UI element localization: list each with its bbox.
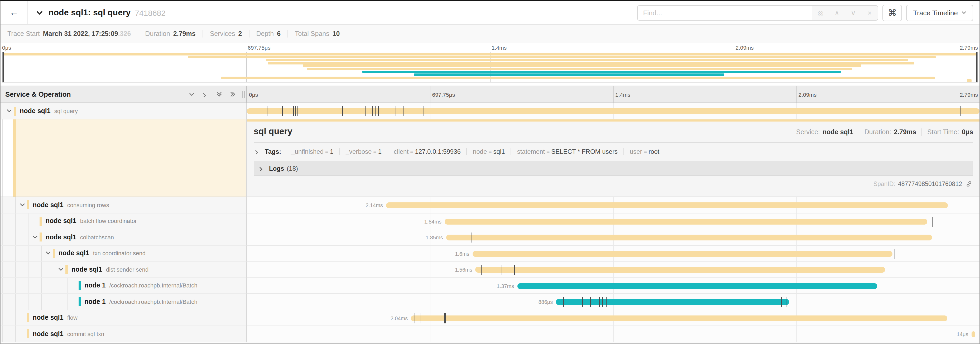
- find-next-icon[interactable]: ∨: [845, 6, 861, 20]
- span-collapse-chevron-icon[interactable]: [19, 203, 27, 207]
- span-tree-cell[interactable]: node sql1colbatchscan: [0, 229, 246, 245]
- find-clear-icon[interactable]: ×: [861, 6, 878, 20]
- span-bar-cell[interactable]: 886μs: [246, 294, 980, 310]
- span-row[interactable]: node sql1batch flow coordinator1.84ms: [0, 213, 980, 229]
- span-collapse-chevron-icon[interactable]: [58, 267, 65, 272]
- span-bar[interactable]: [517, 283, 877, 289]
- span-tree-cell[interactable]: node sql1flow: [0, 310, 246, 326]
- span-row[interactable]: node sql1txn coordinator send1.6ms: [0, 245, 980, 262]
- log-marker[interactable]: [282, 106, 282, 116]
- span-row[interactable]: node sql1consuming rows2.14ms: [0, 197, 980, 213]
- column-resizer[interactable]: [242, 91, 245, 98]
- span-tree-cell[interactable]: node sql1commit sql txn: [0, 326, 246, 342]
- log-marker[interactable]: [781, 297, 781, 307]
- span-row[interactable]: node sql1sql query: [0, 103, 980, 119]
- span-collapse-chevron-icon[interactable]: [45, 251, 52, 256]
- expand-all-icon[interactable]: [230, 91, 236, 97]
- collapse-one-icon[interactable]: [189, 92, 195, 96]
- span-bar-cell[interactable]: 2.14ms: [246, 197, 980, 213]
- log-marker[interactable]: [599, 297, 600, 307]
- find-prev-icon[interactable]: ∧: [829, 6, 845, 20]
- span-bar[interactable]: [445, 219, 928, 224]
- log-marker[interactable]: [396, 106, 396, 116]
- log-marker[interactable]: [415, 313, 415, 323]
- log-marker[interactable]: [961, 106, 961, 116]
- span-bar-cell[interactable]: 1.56ms: [246, 262, 980, 278]
- log-marker[interactable]: [514, 265, 515, 275]
- log-marker[interactable]: [342, 106, 342, 116]
- span-collapse-chevron-icon[interactable]: [32, 235, 40, 239]
- span-bar[interactable]: [971, 331, 975, 337]
- span-row[interactable]: node 1/cockroach.roachpb.Internal/Batch8…: [0, 294, 980, 310]
- find-input[interactable]: [638, 6, 812, 20]
- log-marker[interactable]: [563, 297, 564, 307]
- minimap-left-drag-handle[interactable]: [3, 52, 4, 82]
- span-bar[interactable]: [386, 202, 948, 208]
- log-marker[interactable]: [612, 297, 612, 307]
- log-marker[interactable]: [423, 106, 424, 116]
- span-row[interactable]: node sql1flow2.04ms: [0, 310, 980, 326]
- logs-accordion-toggle[interactable]: Logs(18): [254, 161, 973, 176]
- trace-minimap[interactable]: [2, 52, 978, 82]
- span-bar-cell[interactable]: 1.37ms: [246, 278, 980, 294]
- log-marker[interactable]: [472, 232, 473, 243]
- span-bar-cell[interactable]: 2.04ms: [246, 310, 980, 326]
- collapse-trace-chevron-icon[interactable]: [36, 10, 43, 15]
- log-marker[interactable]: [582, 297, 583, 307]
- tags-accordion-toggle[interactable]: Tags:_unfinished=1_verbose=1client=127.0…: [254, 143, 973, 161]
- log-marker[interactable]: [378, 106, 379, 116]
- log-marker[interactable]: [372, 106, 373, 116]
- span-tree-cell[interactable]: node sql1dist sender send: [0, 262, 246, 278]
- log-marker[interactable]: [786, 297, 787, 307]
- log-marker[interactable]: [267, 106, 267, 116]
- log-marker[interactable]: [254, 106, 255, 116]
- span-tree-cell[interactable]: node 1/cockroach.roachpb.Internal/Batch: [0, 294, 246, 310]
- span-row[interactable]: node 1/cockroach.roachpb.Internal/Batch1…: [0, 278, 980, 294]
- log-marker[interactable]: [365, 106, 365, 116]
- log-marker[interactable]: [403, 106, 404, 116]
- span-row[interactable]: node sql1commit sql txn14μs: [0, 326, 980, 342]
- log-marker[interactable]: [932, 216, 932, 226]
- span-bar[interactable]: [476, 267, 885, 273]
- minimap-right-drag-handle[interactable]: [976, 52, 977, 82]
- log-marker[interactable]: [375, 106, 375, 116]
- span-bar[interactable]: [446, 235, 932, 240]
- copy-link-icon[interactable]: [966, 181, 972, 187]
- log-marker[interactable]: [420, 313, 420, 323]
- span-tree-cell[interactable]: node sql1consuming rows: [0, 197, 246, 213]
- span-row[interactable]: node sql1colbatchscan1.85ms: [0, 229, 980, 245]
- span-tree-cell[interactable]: node 1/cockroach.roachpb.Internal/Batch: [0, 278, 246, 294]
- log-marker[interactable]: [590, 297, 591, 307]
- span-tree-cell[interactable]: node sql1sql query: [0, 103, 246, 119]
- log-marker[interactable]: [948, 313, 949, 323]
- span-bar[interactable]: [247, 108, 980, 114]
- span-bar-cell[interactable]: 1.84ms: [246, 213, 980, 229]
- span-bar[interactable]: [473, 251, 892, 256]
- log-marker[interactable]: [502, 265, 503, 275]
- span-bar-cell[interactable]: 14μs: [246, 326, 980, 342]
- span-row[interactable]: node sql1dist sender send1.56ms: [0, 262, 980, 278]
- back-button[interactable]: ←: [0, 1, 28, 24]
- span-bar[interactable]: [411, 315, 947, 321]
- collapse-all-icon[interactable]: [216, 91, 222, 97]
- log-marker[interactable]: [298, 106, 298, 116]
- log-marker[interactable]: [368, 106, 369, 116]
- log-marker[interactable]: [444, 313, 444, 323]
- span-tree-cell[interactable]: node sql1txn coordinator send: [0, 245, 246, 262]
- log-marker[interactable]: [894, 249, 895, 259]
- span-bar-cell[interactable]: [246, 103, 980, 119]
- log-marker[interactable]: [602, 297, 603, 307]
- log-marker[interactable]: [481, 265, 482, 275]
- log-marker[interactable]: [606, 297, 606, 307]
- log-marker[interactable]: [445, 313, 446, 323]
- log-marker[interactable]: [295, 106, 296, 116]
- keyboard-shortcuts-button[interactable]: ⌘: [883, 5, 902, 21]
- span-tree-cell[interactable]: node sql1batch flow coordinator: [0, 213, 246, 229]
- span-bar-cell[interactable]: 1.85ms: [246, 229, 980, 245]
- span-collapse-chevron-icon[interactable]: [6, 109, 14, 113]
- view-selector-button[interactable]: Trace Timeline: [906, 5, 973, 21]
- log-marker[interactable]: [659, 297, 659, 307]
- log-marker[interactable]: [955, 106, 955, 116]
- find-locate-icon[interactable]: ◎: [812, 6, 829, 20]
- log-marker[interactable]: [293, 106, 294, 116]
